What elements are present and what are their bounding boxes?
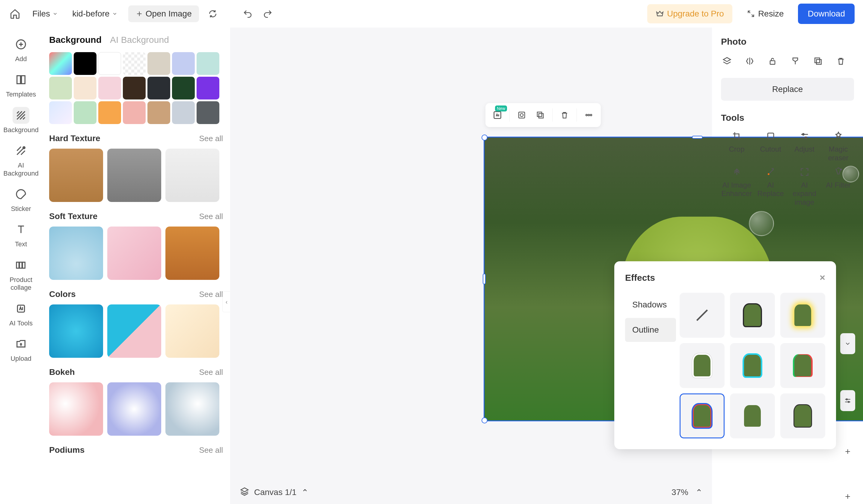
strip-button-plus[interactable] <box>840 486 855 504</box>
color-swatch[interactable] <box>98 101 121 124</box>
color-swatch[interactable] <box>123 77 146 100</box>
texture-thumb[interactable] <box>49 304 103 358</box>
color-swatch[interactable] <box>74 52 97 75</box>
strip-button-sliders[interactable] <box>840 390 855 411</box>
outline-option[interactable] <box>679 343 725 388</box>
resize-handle-ml[interactable] <box>483 274 486 285</box>
duplicate-button[interactable] <box>532 107 549 124</box>
texture-thumb[interactable] <box>165 149 219 202</box>
color-swatch[interactable] <box>197 101 219 124</box>
color-swatch[interactable] <box>49 101 72 124</box>
chevron-up-icon[interactable]: ⌃ <box>696 488 702 497</box>
outline-option[interactable] <box>780 393 825 438</box>
texture-thumb[interactable] <box>165 227 219 280</box>
sidebar-item-text[interactable]: Text <box>3 221 39 248</box>
resize-handle-bl[interactable] <box>481 417 488 424</box>
tool-ai-image-enhancer[interactable]: AI Image Enhancer <box>721 166 752 207</box>
sidebar-item-add[interactable]: Add <box>3 36 39 63</box>
flip-icon[interactable] <box>744 55 756 67</box>
redo-button[interactable] <box>261 7 275 21</box>
sidebar-item-templates[interactable]: Templates <box>3 71 39 98</box>
texture-thumb[interactable] <box>107 149 161 202</box>
sidebar-item-product-collage[interactable]: Product collage <box>3 257 39 292</box>
outline-option[interactable] <box>730 293 775 338</box>
upgrade-to-pro-button[interactable]: Upgrade to Pro <box>647 4 732 23</box>
sidebar-item-background[interactable]: Background <box>3 107 39 134</box>
resize-handle-mt[interactable] <box>692 136 703 139</box>
see-all-link[interactable]: See all <box>199 445 223 455</box>
sidebar-item-sticker[interactable]: Sticker <box>3 186 39 213</box>
texture-thumb[interactable] <box>165 304 219 358</box>
see-all-link[interactable]: See all <box>199 290 223 299</box>
layers-icon[interactable] <box>721 55 733 67</box>
color-swatch[interactable] <box>123 52 146 75</box>
outline-option[interactable] <box>780 343 825 388</box>
color-swatch[interactable] <box>197 77 219 100</box>
replace-button[interactable]: Replace <box>721 78 854 101</box>
tool-magic-eraser[interactable]: Magic eraser <box>823 130 854 162</box>
resize-handle-tl[interactable] <box>481 135 488 140</box>
open-image-button[interactable]: Open Image <box>128 5 199 22</box>
copy-icon[interactable] <box>812 55 824 67</box>
ai-tool-button[interactable]: New <box>489 107 506 124</box>
tool-ai-expand-image[interactable]: AI expand image <box>789 166 820 207</box>
color-swatch[interactable] <box>197 52 219 75</box>
lock-icon[interactable] <box>766 55 778 67</box>
texture-thumb[interactable] <box>107 304 161 358</box>
see-all-link[interactable]: See all <box>199 212 223 221</box>
frame-button[interactable] <box>513 107 530 124</box>
strip-button-chevron[interactable] <box>840 333 855 354</box>
outline-option[interactable] <box>780 293 825 338</box>
layers-icon[interactable] <box>240 487 249 498</box>
tool-crop[interactable]: Crop <box>721 130 752 162</box>
zoom-level[interactable]: 37% <box>672 488 688 497</box>
home-icon[interactable] <box>8 7 22 21</box>
effects-tab-shadows[interactable]: Shadows <box>625 293 676 317</box>
color-swatch[interactable] <box>49 77 72 100</box>
files-dropdown[interactable]: Files <box>29 7 61 21</box>
texture-thumb[interactable] <box>107 227 161 280</box>
sidebar-item-upload[interactable]: Upload <box>3 336 39 363</box>
color-swatch[interactable] <box>172 52 195 75</box>
texture-thumb[interactable] <box>49 149 103 202</box>
texture-thumb[interactable] <box>49 227 103 280</box>
color-swatch[interactable] <box>49 52 72 75</box>
color-swatch[interactable] <box>147 101 170 124</box>
tab-ai-background[interactable]: AI Background <box>110 35 169 45</box>
tool-adjust[interactable]: Adjust <box>789 130 820 162</box>
color-swatch[interactable] <box>172 77 195 100</box>
outline-option[interactable] <box>730 393 775 438</box>
color-swatch[interactable] <box>98 77 121 100</box>
texture-thumb[interactable] <box>49 382 103 436</box>
sync-icon[interactable] <box>206 7 219 21</box>
color-swatch[interactable] <box>147 77 170 100</box>
project-name-dropdown[interactable]: kid-before <box>68 7 121 21</box>
sidebar-item-ai-tools[interactable]: AI Tools <box>3 300 39 327</box>
close-icon[interactable]: × <box>820 272 825 283</box>
strip-button-plus[interactable] <box>840 441 855 462</box>
tool-ai-filter[interactable]: AI Filter <box>823 166 854 207</box>
download-button[interactable]: Download <box>798 4 855 24</box>
see-all-link[interactable]: See all <box>199 368 223 377</box>
trash-icon[interactable] <box>835 55 847 67</box>
effects-tab-outline[interactable]: Outline <box>625 318 676 342</box>
delete-button[interactable] <box>556 107 573 124</box>
color-swatch[interactable] <box>147 52 170 75</box>
more-button[interactable] <box>580 107 597 124</box>
outline-option[interactable] <box>730 343 775 388</box>
color-swatch[interactable] <box>123 101 146 124</box>
tool-ai-replace[interactable]: AI Replace <box>755 166 786 207</box>
texture-thumb[interactable] <box>165 382 219 436</box>
color-swatch[interactable] <box>172 101 195 124</box>
resize-button[interactable]: Resize <box>740 4 791 23</box>
see-all-link[interactable]: See all <box>199 134 223 143</box>
color-swatch[interactable] <box>74 101 97 124</box>
tool-cutout[interactable]: Cutout <box>755 130 786 162</box>
color-swatch[interactable] <box>98 52 121 75</box>
color-swatch[interactable] <box>74 77 97 100</box>
outline-option[interactable] <box>679 393 725 438</box>
tab-background[interactable]: Background <box>49 35 102 45</box>
undo-button[interactable] <box>241 7 254 21</box>
outline-option[interactable] <box>679 293 725 338</box>
texture-thumb[interactable] <box>107 382 161 436</box>
